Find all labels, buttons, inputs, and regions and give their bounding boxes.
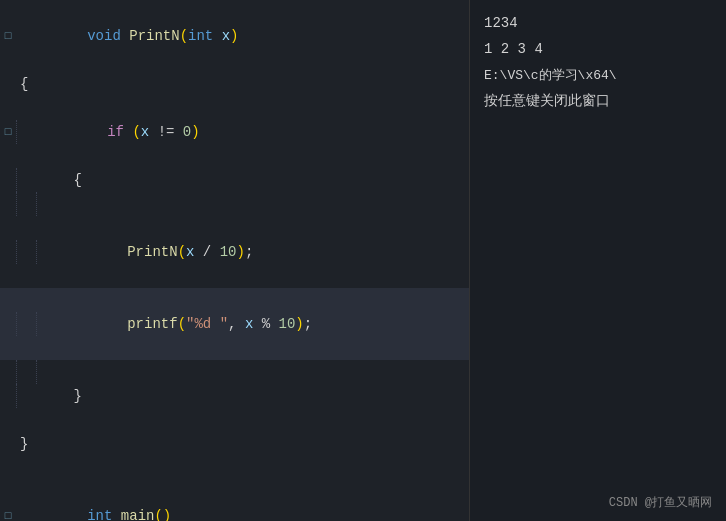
line-content-8 bbox=[56, 360, 68, 384]
code-line-3: □ if (x != 0) bbox=[0, 96, 469, 168]
line-content-10 bbox=[16, 408, 28, 432]
fold-icon-1[interactable]: □ bbox=[0, 24, 16, 48]
code-line-2: { bbox=[0, 72, 469, 96]
fold-icon-14[interactable]: □ bbox=[0, 504, 16, 521]
line-content-14: int main() bbox=[16, 480, 171, 521]
output-footer: CSDN @打鱼又晒网 bbox=[484, 490, 712, 511]
fold-icon-3[interactable]: □ bbox=[0, 120, 16, 144]
code-line-11: } bbox=[0, 432, 469, 456]
line-content-3: if (x != 0) bbox=[36, 96, 200, 168]
output-line-1: 1234 bbox=[484, 10, 712, 36]
code-line-6: PrintN(x / 10); bbox=[0, 216, 469, 288]
code-line-7: printf("%d ", x % 10); bbox=[0, 288, 469, 360]
line-content-11: } bbox=[16, 432, 28, 456]
code-line-9: } bbox=[0, 384, 469, 408]
line-content-5 bbox=[56, 192, 68, 216]
line-content-1: void PrintN(int x) bbox=[16, 0, 239, 72]
code-spacer bbox=[0, 456, 469, 480]
line-content-2: { bbox=[16, 72, 28, 96]
output-line-2: 1 2 3 4 bbox=[484, 36, 712, 62]
output-line-4: 按任意键关闭此窗口 bbox=[484, 88, 712, 114]
code-editor[interactable]: □ void PrintN(int x) { □ if (x != 0) { bbox=[0, 0, 470, 521]
line-content-7: printf("%d ", x % 10); bbox=[56, 288, 312, 360]
code-line-14: □ int main() bbox=[0, 480, 469, 521]
output-line-3: E:\VS\c的学习\x64\ bbox=[484, 64, 712, 88]
code-line-1: □ void PrintN(int x) bbox=[0, 0, 469, 72]
code-line-10 bbox=[0, 408, 469, 432]
output-panel: 1234 1 2 3 4 E:\VS\c的学习\x64\ 按任意键关闭此窗口 C… bbox=[470, 0, 726, 521]
code-lines: □ void PrintN(int x) { □ if (x != 0) { bbox=[0, 0, 469, 521]
line-content-4: { bbox=[36, 168, 82, 192]
line-content-6: PrintN(x / 10); bbox=[56, 216, 253, 288]
code-line-4: { bbox=[0, 168, 469, 192]
line-content-9: } bbox=[36, 384, 82, 408]
code-line-8 bbox=[0, 360, 469, 384]
code-line-5 bbox=[0, 192, 469, 216]
